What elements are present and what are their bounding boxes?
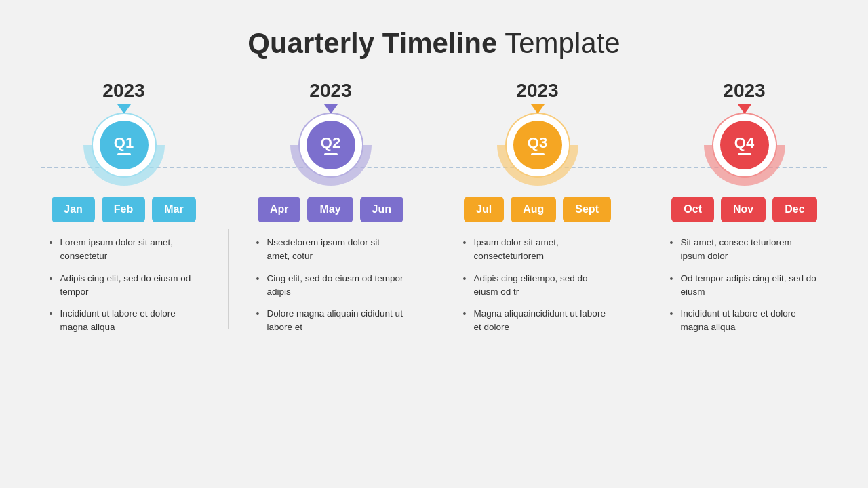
month-badge-jun: Jun	[360, 197, 403, 222]
bullet-item: Magna aliquaincididunt ut labore et dolo…	[463, 307, 612, 335]
bullet-item: Adipis cing elit, sed do eiusm od tempor	[50, 272, 199, 300]
triangle-q1	[117, 104, 131, 114]
title-normal: Template	[497, 27, 620, 59]
quarter-label-q4: Q4	[734, 136, 754, 150]
year-label-q3: 2023	[516, 80, 558, 102]
bullet-item: Lorem ipsum dolor sit amet, consectetur	[50, 236, 199, 264]
circle-wrapper-q1: Q1	[83, 118, 165, 186]
quarter-col-q2: 2023 Q2 AprMayJun Nsectelorem ipsum dolo…	[236, 80, 426, 343]
month-badge-mar: Mar	[152, 197, 195, 222]
bullet-item: Nsectelorem ipsum dolor sit amet, cotur	[256, 236, 406, 264]
circle-q3: Q3	[511, 118, 565, 172]
bullet-item: Ipsum dolor sit amet, consecteturlorem	[463, 236, 612, 264]
quarter-dash-q3	[531, 153, 545, 155]
bullet-list-q4: Sit amet, consec teturlorem ipsum dolorO…	[663, 236, 826, 343]
year-label-q4: 2023	[723, 80, 765, 102]
month-badge-jul: Jul	[464, 197, 504, 222]
month-badge-aug: Aug	[511, 197, 556, 222]
months-row-q4: OctNovDec	[671, 197, 816, 222]
quarter-label-q2: Q2	[321, 136, 340, 150]
month-badge-jan: Jan	[52, 197, 95, 222]
bullet-list-q3: Ipsum dolor sit amet, consecteturloremAd…	[456, 236, 619, 343]
quarter-dash-q2	[324, 153, 338, 155]
quarter-label-q3: Q3	[528, 136, 547, 150]
bullet-item: Incididunt ut labore et dolore magna ali…	[670, 307, 819, 335]
month-badge-feb: Feb	[102, 197, 145, 222]
circle-wrapper-q2: Q2	[290, 118, 372, 186]
quarter-col-q4: 2023 Q4 OctNovDec Sit amet, consec tetur…	[650, 80, 840, 343]
month-badge-apr: Apr	[258, 197, 301, 222]
months-row-q1: JanFebMar	[52, 197, 195, 222]
month-badge-oct: Oct	[671, 197, 714, 222]
title-bold: Quarterly Timeline	[248, 27, 497, 59]
month-badge-dec: Dec	[772, 197, 816, 222]
bullet-item: Cing elit, sed do eiusm od tempor adipis	[256, 272, 406, 300]
circle-q2: Q2	[304, 118, 358, 172]
circle-q4: Q4	[717, 118, 772, 172]
circle-q1: Q1	[97, 118, 151, 172]
bullet-item: Adipis cing elitempo, sed do eiusm od tr	[463, 272, 612, 300]
quarter-dash-q1	[117, 153, 131, 155]
timeline-area: 2023 Q1 JanFebMar Lorem ipsum dolor sit …	[0, 80, 868, 488]
bullet-list-q2: Nsectelorem ipsum dolor sit amet, coturC…	[250, 236, 412, 343]
quarter-col-q1: 2023 Q1 JanFebMar Lorem ipsum dolor sit …	[29, 80, 219, 343]
quarters-row: 2023 Q1 JanFebMar Lorem ipsum dolor sit …	[0, 80, 868, 343]
months-row-q2: AprMayJun	[258, 197, 403, 222]
month-badge-sept: Sept	[563, 197, 611, 222]
months-row-q3: JulAugSept	[464, 197, 611, 222]
year-label-q1: 2023	[102, 80, 144, 102]
bullet-item: Sit amet, consec teturlorem ipsum dolor	[670, 236, 819, 264]
month-badge-may: May	[307, 197, 353, 222]
quarter-dash-q4	[738, 153, 751, 155]
bullet-item: Od tempor adipis cing elit, sed do eiusm	[670, 272, 819, 300]
bullet-item: Dolore magna aliquain cididunt ut labore…	[256, 307, 406, 335]
circle-wrapper-q4: Q4	[704, 118, 785, 186]
page-title: Quarterly Timeline Template	[248, 27, 620, 60]
page: Quarterly Timeline Template 2023 Q1 JanF…	[0, 0, 868, 488]
quarter-col-q3: 2023 Q3 JulAugSept Ipsum dolor sit amet,…	[443, 80, 633, 343]
triangle-q3	[531, 104, 545, 114]
bullet-item: Incididunt ut labore et dolore magna ali…	[50, 307, 199, 335]
quarter-label-q1: Q1	[114, 136, 134, 150]
bullet-list-q1: Lorem ipsum dolor sit amet, consecteturA…	[43, 236, 205, 343]
year-label-q2: 2023	[309, 80, 351, 102]
circle-wrapper-q3: Q3	[497, 118, 578, 186]
month-badge-nov: Nov	[721, 197, 766, 222]
triangle-q4	[738, 104, 751, 114]
triangle-q2	[324, 104, 338, 114]
